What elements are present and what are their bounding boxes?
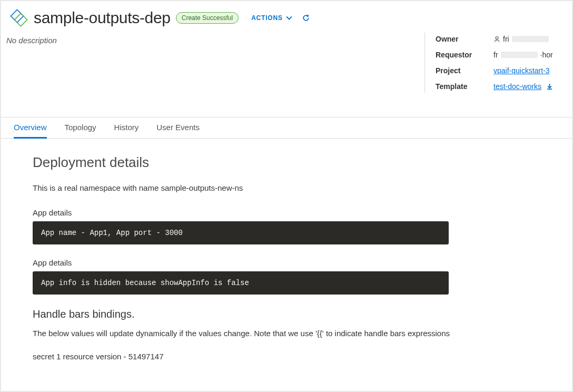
requestor-label: Requestor [436,51,493,59]
bindings-text: The below values will update dynamically… [33,328,540,340]
download-icon[interactable] [546,83,553,90]
svg-point-2 [496,36,498,39]
actions-dropdown[interactable]: ACTIONS [251,14,292,22]
details-heading: Deployment details [33,154,540,171]
tab-content: Deployment details This is a real namesp… [1,139,572,381]
deployment-logo-icon [9,8,28,27]
template-link[interactable]: test-doc-works [493,82,541,91]
code-block-app-name: App name - App1, App port - 3000 [33,221,449,244]
meta-row: No description Owner fri Requestor fr·ho… [1,31,572,93]
tab-overview[interactable]: Overview [14,117,47,139]
svg-rect-0 [11,9,23,22]
bindings-heading: Handle bars bindings. [33,308,540,320]
person-icon [493,36,500,43]
project-label: Project [436,66,493,75]
page-title: sample-outputs-dep [34,9,171,27]
template-value: test-doc-works [493,82,572,91]
tab-bar: Overview Topology History User Events [1,117,572,139]
requestor-value: fr·hor [493,51,572,59]
owner-value: fri [493,35,572,43]
project-link[interactable]: vpaif-quickstart-3 [493,66,550,75]
actions-label: ACTIONS [251,14,283,22]
tab-user-events[interactable]: User Events [156,117,200,139]
page-header: sample-outputs-dep Create Successful ACT… [1,1,572,31]
owner-label: Owner [436,35,493,43]
app-details-label-2: App details [33,258,540,267]
code-block-app-info: App info is hidden because showAppInfo i… [33,271,449,295]
tab-history[interactable]: History [114,117,139,139]
info-panel: Owner fri Requestor fr·hor Project vpaif… [424,33,572,93]
app-details-label-1: App details [33,208,540,217]
namespace-text: This is a real namespace with name sampl… [33,182,540,194]
refresh-icon[interactable] [302,14,310,22]
status-badge: Create Successful [176,12,239,24]
secret-text: secret 1 resource version - 51497147 [33,351,540,363]
description-placeholder: No description [6,36,57,93]
tab-topology[interactable]: Topology [65,117,96,139]
svg-rect-1 [14,13,27,26]
chevron-down-icon [286,15,292,21]
template-label: Template [436,82,493,91]
project-value: vpaif-quickstart-3 [493,66,572,75]
